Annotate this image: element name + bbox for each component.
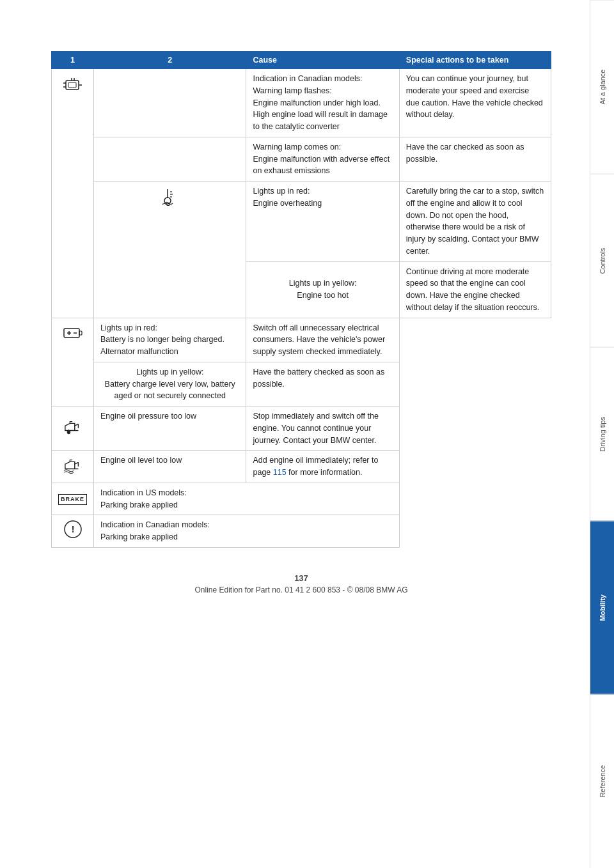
brake-icon-cell: BRAKE (52, 483, 94, 515)
table-row: Engine oil level too low Add engine oil … (52, 451, 551, 483)
cause-text-7: Indication in Canadian models: Parking b… (94, 515, 400, 548)
cause-text-1b: Warning lamp comes on: Engine malfunctio… (246, 137, 399, 181)
svg-text:!: ! (71, 524, 74, 534)
cause-text-2b: Lights up in yellow: Engine too hot (246, 261, 399, 318)
cause-text-5: Engine oil level too low (94, 451, 246, 483)
page-container: 1 2 Cause Special actions to be taken (0, 0, 614, 868)
battery-icon (61, 323, 84, 341)
empty-col2b (94, 137, 246, 181)
sidebar-tab-reference[interactable]: Reference (590, 694, 614, 868)
oil-pressure-icon (61, 417, 84, 435)
action-text-1b: Have the car checked as soon as possible… (399, 137, 551, 181)
cause-text-2a: Lights up in red: Engine overheating (246, 182, 399, 262)
sidebar-tab-controls[interactable]: Controls (590, 174, 614, 348)
action-text-2b: Continue driving at more moderate speed … (399, 261, 551, 318)
oil-pressure-icon-cell (52, 407, 94, 451)
action-text-5: Add engine oil immediately; refer to pag… (246, 451, 399, 483)
cause-text-4: Engine oil pressure too low (94, 407, 246, 451)
warning-table: 1 2 Cause Special actions to be taken (51, 51, 551, 548)
right-sidebar: At a glance Controls Driving tips Mobili… (590, 0, 614, 868)
table-row: Lights up in red: Battery is no longer b… (52, 318, 551, 362)
svg-line-17 (74, 424, 78, 426)
table-row: ! Indication in Canadian models: Parking… (52, 515, 551, 548)
table-row: Indication in Canadian models: Warning l… (52, 69, 551, 137)
action-text-3b: Have the battery checked as soon as poss… (246, 362, 399, 406)
battery-icon-cell (52, 318, 94, 407)
col-header-cause: Cause (246, 52, 399, 69)
table-row: Lights up in red: Engine overheating Car… (52, 182, 551, 262)
svg-line-20 (74, 462, 78, 464)
page-number: 137 (51, 573, 551, 583)
empty-col2 (94, 69, 246, 137)
col-header-1: 1 (52, 52, 94, 69)
svg-rect-13 (79, 331, 82, 335)
sidebar-tab-mobility[interactable]: Mobility (590, 521, 614, 695)
oil-level-icon (61, 456, 84, 474)
table-row: Engine oil pressure too low Stop immedia… (52, 407, 551, 451)
sidebar-tab-at-a-glance[interactable]: At a glance (590, 0, 614, 174)
col-header-2: 2 (94, 52, 246, 69)
edition-text: Online Edition for Part no. 01 41 2 600 … (51, 585, 551, 594)
parking-circle-icon: ! (63, 519, 83, 539)
action-text-4: Stop immediately and switch off the engi… (246, 407, 399, 451)
cause-text-3b: Lights up in yellow: Battery charge leve… (94, 362, 246, 406)
cause-text-3a: Lights up in red: Battery is no longer b… (94, 318, 246, 362)
oil-level-icon-cell (52, 451, 94, 483)
brake-text-icon: BRAKE (58, 494, 87, 506)
main-content: 1 2 Cause Special actions to be taken (0, 0, 590, 868)
cause-text-6: Indication in US models: Parking brake a… (94, 483, 400, 515)
col-header-action: Special actions to be taken (399, 52, 551, 69)
table-row: Lights up in yellow: Battery charge leve… (52, 362, 551, 406)
sidebar-tab-driving-tips[interactable]: Driving tips (590, 347, 614, 521)
page-link-115[interactable]: 115 (273, 468, 287, 477)
svg-rect-0 (66, 81, 79, 89)
action-text-1a: You can continue your journey, but moder… (399, 69, 551, 137)
svg-rect-1 (68, 82, 76, 88)
action-text-2a: Carefully bring the car to a stop, switc… (399, 182, 551, 262)
engine-icon-cell (52, 69, 94, 318)
parking-icon-cell: ! (52, 515, 94, 548)
page-footer: 137 Online Edition for Part no. 01 41 2 … (51, 573, 551, 594)
temp-icon-cell (94, 182, 246, 318)
table-row: Warning lamp comes on: Engine malfunctio… (52, 137, 551, 181)
action-text-3a: Switch off all unnecessary electrical co… (246, 318, 399, 362)
svg-rect-12 (64, 329, 79, 337)
table-row: BRAKE Indication in US models: Parking b… (52, 483, 551, 515)
table-header-row: 1 2 Cause Special actions to be taken (52, 52, 551, 69)
engine-icon (62, 75, 84, 93)
temp-icon (159, 187, 182, 206)
cause-text-1a: Indication in Canadian models: Warning l… (246, 69, 399, 137)
